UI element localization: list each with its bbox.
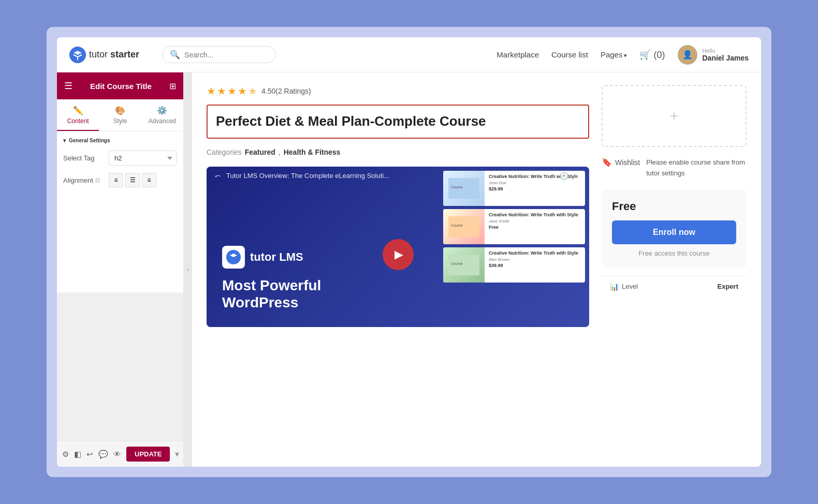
rating-text: 4.50(2 Ratings) xyxy=(261,87,311,95)
close-icon[interactable]: ▾ xyxy=(175,449,179,459)
mini-card-title-3: Creative Nutrition: Write Truth with Sty… xyxy=(489,250,581,257)
search-icon: 🔍 xyxy=(170,50,180,60)
sidebar-body: ▾ General Settings Select Tag h2 h1 h3 h… xyxy=(57,131,183,292)
tab-style-label: Style xyxy=(113,117,127,125)
mini-card-info-3: Creative Nutrition: Write Truth with Sty… xyxy=(485,247,585,283)
align-buttons: ≡ ☰ ≡ xyxy=(109,173,156,187)
mini-card-info-2: Creative Nutrition: Write Truth with Sty… xyxy=(485,209,585,244)
comment-icon[interactable]: 💬 xyxy=(98,450,108,459)
level-label: 📊 Level xyxy=(610,283,638,291)
body-area: ☰ Edit Course Title ⊞ ✏️ Content 🎨 Style… xyxy=(57,72,761,467)
alignment-label: Alignment ⊡ xyxy=(63,176,105,184)
tutor-logo-box xyxy=(222,246,245,269)
share-button[interactable]: Share xyxy=(560,187,585,198)
tutor-brand-text: tutor LMS xyxy=(250,250,303,264)
tab-advanced-label: Advanced xyxy=(149,117,176,125)
layers-icon[interactable]: ◧ xyxy=(74,450,81,459)
content-icon: ✏️ xyxy=(73,106,83,115)
alignment-label-text: Alignment xyxy=(63,176,93,184)
align-left-button[interactable]: ≡ xyxy=(109,173,123,187)
course-main: ★ ★ ★ ★ ★ 4.50(2 Ratings) Perfect Diet &… xyxy=(207,85,589,454)
categories-row: Categories Featured , Health & Fitness xyxy=(207,148,589,156)
price-display: Free xyxy=(612,200,736,213)
video-top-right: 🕐 ↗ xyxy=(560,172,581,180)
settings-bottom-icon[interactable]: ⚙ xyxy=(62,450,69,459)
nav-pages[interactable]: Pages xyxy=(601,50,627,59)
level-value: Expert xyxy=(718,283,738,290)
cart-icon[interactable]: 🛒 (0) xyxy=(639,49,665,61)
update-button[interactable]: UPDATE xyxy=(126,447,170,462)
video-top-bar: ⤺ Tutor LMS Overview: The Complete eLear… xyxy=(207,167,589,185)
tab-content[interactable]: ✏️ Content xyxy=(57,99,99,131)
video-top-title: Tutor LMS Overview: The Complete eLearni… xyxy=(226,172,554,180)
select-tag-row: Select Tag h2 h1 h3 h4 p xyxy=(63,151,177,166)
search-input[interactable] xyxy=(184,51,268,59)
sidebar-header: ☰ Edit Course Title ⊞ xyxy=(57,72,183,99)
star-1: ★ xyxy=(207,85,216,97)
enroll-button[interactable]: Enroll now xyxy=(612,220,736,244)
mini-card-2: Course Creative Nutrition: Write Truth w… xyxy=(443,209,585,244)
tab-content-label: Content xyxy=(67,117,89,125)
user-area[interactable]: 👤 Hello Daniel James xyxy=(678,45,749,65)
category-health[interactable]: Health & Fitness xyxy=(284,148,341,156)
stars: ★ ★ ★ ★ ★ xyxy=(207,85,257,97)
rating-row: ★ ★ ★ ★ ★ 4.50(2 Ratings) xyxy=(207,85,589,97)
mini-card-img-3: Course xyxy=(443,247,485,283)
level-label-text: Level xyxy=(622,283,638,290)
sidebar-tabs: ✏️ Content 🎨 Style ⚙️ Advanced xyxy=(57,99,183,131)
mini-card-img-2: Course xyxy=(443,209,485,244)
categories-label: Categories xyxy=(207,148,242,156)
video-back-icon[interactable]: ⤺ xyxy=(215,172,221,180)
preview-icon[interactable]: 👁 xyxy=(113,450,121,458)
select-tag-dropdown[interactable]: h2 h1 h3 h4 p xyxy=(109,151,177,166)
alignment-label-icon: ⊡ xyxy=(95,177,100,184)
rating-count: 2 Ratings xyxy=(278,87,309,95)
logo-area: tutor starter xyxy=(69,47,139,63)
general-settings-label: General Settings xyxy=(69,138,110,143)
course-sidebar: + 🔖 Wishlist Please enable course share … xyxy=(602,85,747,454)
video-overlay-btns: Watch Later Share xyxy=(516,187,585,198)
level-icon: 📊 xyxy=(610,283,619,291)
video-play-button[interactable] xyxy=(383,239,414,270)
align-center-button[interactable]: ☰ xyxy=(125,173,140,187)
history-icon[interactable]: ↩ xyxy=(86,450,93,459)
align-right-button[interactable]: ≡ xyxy=(142,173,156,187)
wishlist-button[interactable]: 🔖 Wishlist xyxy=(602,157,640,167)
share-icon-video[interactable]: ↗ xyxy=(575,172,581,180)
general-settings-header[interactable]: ▾ General Settings xyxy=(63,138,177,143)
nav-marketplace[interactable]: Marketplace xyxy=(496,50,539,59)
add-block[interactable]: + xyxy=(602,85,747,147)
hamburger-icon[interactable]: ☰ xyxy=(64,80,72,92)
star-4: ★ xyxy=(238,85,247,97)
headline-line1: Most Powerful xyxy=(222,277,423,294)
free-access-text: Free access this course xyxy=(612,249,736,257)
mini-card-price-2: Free xyxy=(489,225,581,230)
tab-advanced[interactable]: ⚙️ Advanced xyxy=(141,99,183,131)
collapse-handle[interactable]: ‹ xyxy=(184,72,192,467)
nav-course-list[interactable]: Course list xyxy=(551,50,588,59)
mini-card-price-3: $39.99 xyxy=(489,263,581,268)
category-featured[interactable]: Featured xyxy=(245,148,275,156)
avatar: 👤 xyxy=(678,45,697,65)
watch-later-button[interactable]: Watch Later xyxy=(516,187,557,198)
outer-container: tutor starter 🔍 Marketplace Course list … xyxy=(47,27,771,477)
user-hello: Hello xyxy=(703,48,749,54)
user-name: Daniel James xyxy=(703,54,749,62)
mini-card-title-2: Creative Nutrition: Write Truth with Sty… xyxy=(489,212,581,218)
course-meta-level: 📊 Level Expert xyxy=(602,276,747,297)
grid-icon[interactable]: ⊞ xyxy=(169,81,176,91)
course-title-box: Perfect Diet & Meal Plan-Complete Course xyxy=(207,105,589,139)
wishlist-icon: 🔖 xyxy=(602,157,612,167)
logo-light: tutor xyxy=(89,49,108,60)
svg-text:Course: Course xyxy=(451,262,463,265)
add-block-icon: + xyxy=(670,108,678,124)
content-area: ★ ★ ★ ★ ★ 4.50(2 Ratings) Perfect Diet &… xyxy=(192,72,761,467)
style-icon: 🎨 xyxy=(115,106,125,115)
search-box[interactable]: 🔍 xyxy=(162,46,276,63)
sidebar: ☰ Edit Course Title ⊞ ✏️ Content 🎨 Style… xyxy=(57,72,184,467)
svg-text:Course: Course xyxy=(451,224,463,227)
alignment-row: Alignment ⊡ ≡ ☰ ≡ xyxy=(63,173,177,187)
tab-style[interactable]: 🎨 Style xyxy=(99,99,141,131)
wishlist-label: Wishlist xyxy=(615,158,640,167)
nav-links: Marketplace Course list Pages 🛒 (0) 👤 He… xyxy=(496,45,749,65)
